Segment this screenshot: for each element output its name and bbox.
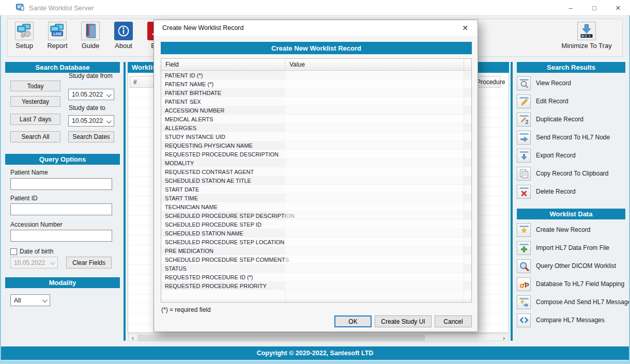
action-compose-and-send-hl7-message[interactable]: Compose And Send HL7 Message (517, 294, 625, 310)
field-value-cell[interactable] (285, 88, 464, 97)
field-value-cell[interactable] (285, 273, 464, 281)
window-minimize-button[interactable]: – (559, 0, 582, 15)
dialog-field-row[interactable]: SCHEDULED PROCEDURE STEP LOCATION (161, 238, 471, 246)
column-header-value[interactable]: Value (285, 59, 464, 70)
window-close-button[interactable]: ✕ (606, 0, 630, 15)
clear-fields-button[interactable]: Clear Fields (66, 257, 112, 268)
setup-button[interactable]: Setup (11, 22, 38, 50)
worklist-column-number[interactable]: # (130, 76, 154, 88)
cancel-button[interactable]: Cancel (435, 315, 472, 327)
dialog-field-row[interactable]: REQUESTED PROCEDURE PRIORITY (161, 281, 471, 290)
dialog-field-row[interactable]: PATIENT NAME (*) (161, 80, 471, 88)
ok-button[interactable]: OK (334, 315, 372, 327)
date-of-birth-select[interactable]: 10.05.2022 (10, 257, 58, 268)
search-dates-button[interactable]: Search Dates (68, 131, 114, 143)
scroll-left-arrow-icon[interactable]: ‹ (129, 335, 137, 341)
field-value-cell[interactable] (285, 264, 464, 273)
dialog-field-row[interactable]: REQUESTED CONTRAST AGENT (161, 167, 471, 176)
field-value-cell[interactable] (285, 185, 464, 194)
dialog-field-row[interactable]: SCHEDULED STATION AE TITLE (161, 176, 471, 185)
study-date-to-select[interactable]: 10.05.2022 (68, 115, 114, 126)
dialog-field-row[interactable]: PATIENT BIRTHDATE (161, 88, 471, 97)
field-label: MODALITY (161, 159, 285, 167)
field-value-cell[interactable] (285, 229, 464, 238)
dialog-field-row[interactable]: PATIENT SEX (161, 97, 471, 106)
dialog-field-row[interactable]: START TIME (161, 194, 471, 202)
field-value-cell[interactable] (285, 141, 464, 150)
action-database-to-hl7-field-mapping[interactable]: P Database To HL7 Field Mapping (517, 276, 625, 292)
action-edit-record[interactable]: Edit Record (517, 93, 625, 109)
dialog-field-row[interactable]: SCHEDULED PROCEDURE STEP DESCRIPTION (161, 211, 471, 220)
modality-select[interactable]: All (10, 294, 50, 306)
action-export-record[interactable]: Export Record (517, 148, 625, 163)
search-all-button[interactable]: Search All (10, 131, 60, 143)
date-of-birth-checkbox[interactable] (10, 248, 17, 255)
field-value-cell[interactable] (285, 238, 464, 246)
field-value-cell[interactable] (285, 167, 464, 176)
dialog-field-row[interactable]: STUDY INSTANCE UID (161, 132, 471, 141)
dialog-field-row[interactable]: REQUESTED PROCEDURE DESCRIPTION (161, 150, 471, 159)
dialog-field-row[interactable]: REQUESTED PROCEDURE ID (*) (161, 273, 471, 281)
field-value-cell[interactable] (285, 281, 464, 290)
dialog-field-row[interactable]: START DATE (161, 185, 471, 194)
scroll-right-arrow-icon[interactable]: › (500, 335, 508, 341)
patient-id-input[interactable] (10, 203, 112, 215)
svg-text:LOG: LOG (53, 32, 62, 36)
accession-number-input[interactable] (10, 230, 112, 242)
field-value-cell[interactable] (285, 132, 464, 141)
title-bar[interactable]: Sante Worklist Server – □ ✕ (0, 0, 630, 15)
report-button[interactable]: LOG Report (44, 22, 71, 50)
dialog-close-button[interactable]: ✕ (457, 22, 473, 34)
field-value-cell[interactable] (285, 220, 464, 229)
scrollbar-thumb[interactable] (137, 335, 425, 341)
field-value-cell[interactable] (285, 211, 464, 220)
today-button[interactable]: Today (10, 81, 60, 91)
action-delete-record[interactable]: Delete Record (517, 184, 625, 199)
dialog-field-row[interactable]: MEDICAL ALERTS (161, 115, 471, 123)
action-import-hl7-data-from-file[interactable]: Import HL7 Data From File (517, 240, 625, 256)
dialog-title-bar[interactable]: Create New Worklist Record ✕ (154, 20, 478, 36)
study-date-from-select[interactable]: 10.05.2022 (68, 89, 114, 100)
create-study-ui-button[interactable]: Create Study UI (375, 315, 432, 327)
action-query-other-dicom-worklist[interactable]: Query Other DICOM Worklist (517, 258, 625, 274)
field-value-cell[interactable] (285, 202, 464, 211)
field-value-cell[interactable] (285, 106, 464, 115)
action-compare-hl7-messages[interactable]: Compare HL7 Messages (517, 312, 625, 328)
field-value-cell[interactable] (285, 246, 464, 255)
dialog-field-row[interactable]: TECHNICIAN NAME (161, 202, 471, 211)
dialog-field-row[interactable]: SCHEDULED PROCEDURE STEP COMMENTS (161, 255, 471, 264)
dialog-field-row[interactable]: STATUS (161, 264, 471, 273)
guide-button[interactable]: Guide (77, 22, 104, 50)
action-copy-record-to-clipboard[interactable]: Copy Record To Clipboard (517, 166, 625, 181)
field-value-cell[interactable] (285, 80, 464, 88)
dialog-field-row[interactable]: REQUESTING PHYSICIAN NAME (161, 141, 471, 150)
column-header-field[interactable]: Field (161, 59, 285, 70)
field-value-cell[interactable] (285, 159, 464, 167)
field-value-cell[interactable] (285, 150, 464, 159)
field-value-cell[interactable] (285, 255, 464, 264)
field-value-cell[interactable] (285, 97, 464, 106)
field-value-cell[interactable] (285, 71, 464, 80)
dialog-field-row[interactable]: SCHEDULED PROCEDURE STEP ID (161, 220, 471, 229)
dialog-field-row[interactable]: ALLERGIES (161, 123, 471, 132)
yesterday-button[interactable]: Yesterday (10, 96, 60, 107)
last-7-days-button[interactable]: Last 7 days (10, 114, 60, 125)
worklist-hscrollbar[interactable]: ‹ › (128, 334, 509, 341)
patient-name-input[interactable] (10, 178, 112, 190)
action-duplicate-record[interactable]: 2 Duplicate Record (517, 112, 625, 127)
window-maximize-button[interactable]: □ (582, 0, 606, 15)
about-button[interactable]: About (110, 22, 137, 50)
field-value-cell[interactable] (285, 115, 464, 123)
dialog-field-row[interactable]: MODALITY (161, 159, 471, 167)
field-value-cell[interactable] (285, 123, 464, 132)
minimize-to-tray-button[interactable]: Minimize To Tray (556, 22, 617, 50)
dialog-field-row[interactable]: PATIENT ID (*) (161, 71, 471, 80)
field-value-cell[interactable] (285, 176, 464, 185)
field-value-cell[interactable] (285, 194, 464, 202)
action-view-record[interactable]: View Record (517, 75, 625, 91)
dialog-field-row[interactable]: SCHEDULED STATION NAME (161, 229, 471, 238)
dialog-field-row[interactable]: ACCESSION NUMBER (161, 106, 471, 115)
dialog-field-row[interactable]: PRE MEDICATION (161, 246, 471, 255)
action-create-new-record[interactable]: Create New Record (517, 222, 625, 238)
action-send-record-to-hl7-node[interactable]: Send Record To HL7 Node (517, 130, 625, 145)
